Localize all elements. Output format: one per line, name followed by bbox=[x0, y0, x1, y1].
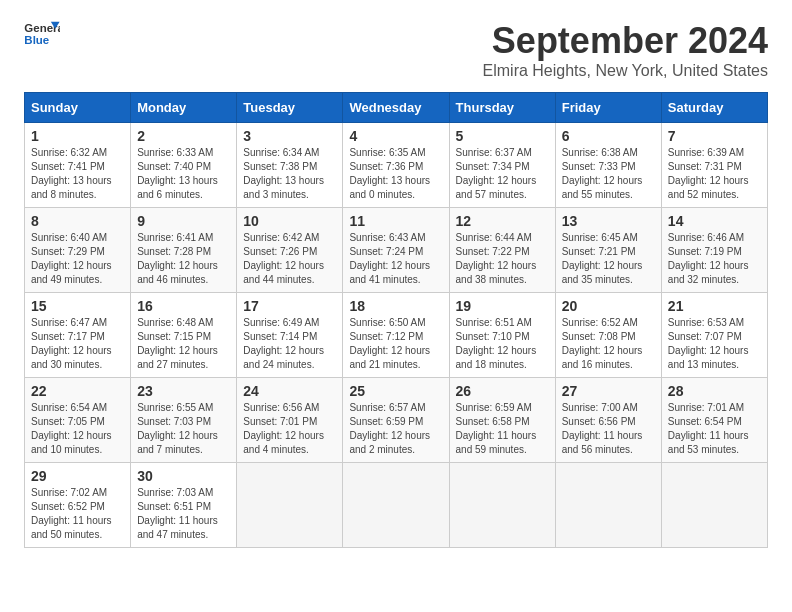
day-number: 6 bbox=[562, 128, 655, 144]
calendar-cell: 28 Sunrise: 7:01 AMSunset: 6:54 PMDaylig… bbox=[661, 378, 767, 463]
calendar: SundayMondayTuesdayWednesdayThursdayFrid… bbox=[24, 92, 768, 548]
calendar-cell: 9 Sunrise: 6:41 AMSunset: 7:28 PMDayligh… bbox=[131, 208, 237, 293]
day-number: 7 bbox=[668, 128, 761, 144]
calendar-header-row: SundayMondayTuesdayWednesdayThursdayFrid… bbox=[25, 93, 768, 123]
day-info: Sunrise: 7:02 AMSunset: 6:52 PMDaylight:… bbox=[31, 487, 112, 540]
day-info: Sunrise: 6:46 AMSunset: 7:19 PMDaylight:… bbox=[668, 232, 749, 285]
day-info: Sunrise: 6:53 AMSunset: 7:07 PMDaylight:… bbox=[668, 317, 749, 370]
calendar-cell: 14 Sunrise: 6:46 AMSunset: 7:19 PMDaylig… bbox=[661, 208, 767, 293]
calendar-cell: 2 Sunrise: 6:33 AMSunset: 7:40 PMDayligh… bbox=[131, 123, 237, 208]
day-info: Sunrise: 6:35 AMSunset: 7:36 PMDaylight:… bbox=[349, 147, 430, 200]
day-info: Sunrise: 6:41 AMSunset: 7:28 PMDaylight:… bbox=[137, 232, 218, 285]
calendar-cell: 1 Sunrise: 6:32 AMSunset: 7:41 PMDayligh… bbox=[25, 123, 131, 208]
weekday-header: Sunday bbox=[25, 93, 131, 123]
calendar-cell bbox=[449, 463, 555, 548]
day-number: 11 bbox=[349, 213, 442, 229]
weekday-header: Thursday bbox=[449, 93, 555, 123]
calendar-cell: 19 Sunrise: 6:51 AMSunset: 7:10 PMDaylig… bbox=[449, 293, 555, 378]
day-info: Sunrise: 6:48 AMSunset: 7:15 PMDaylight:… bbox=[137, 317, 218, 370]
calendar-cell: 21 Sunrise: 6:53 AMSunset: 7:07 PMDaylig… bbox=[661, 293, 767, 378]
calendar-cell: 30 Sunrise: 7:03 AMSunset: 6:51 PMDaylig… bbox=[131, 463, 237, 548]
day-number: 30 bbox=[137, 468, 230, 484]
day-number: 12 bbox=[456, 213, 549, 229]
calendar-cell: 11 Sunrise: 6:43 AMSunset: 7:24 PMDaylig… bbox=[343, 208, 449, 293]
title-area: September 2024 Elmira Heights, New York,… bbox=[483, 20, 768, 80]
day-info: Sunrise: 6:42 AMSunset: 7:26 PMDaylight:… bbox=[243, 232, 324, 285]
day-number: 16 bbox=[137, 298, 230, 314]
day-number: 3 bbox=[243, 128, 336, 144]
day-info: Sunrise: 6:39 AMSunset: 7:31 PMDaylight:… bbox=[668, 147, 749, 200]
day-number: 14 bbox=[668, 213, 761, 229]
weekday-header: Saturday bbox=[661, 93, 767, 123]
day-number: 13 bbox=[562, 213, 655, 229]
calendar-cell: 5 Sunrise: 6:37 AMSunset: 7:34 PMDayligh… bbox=[449, 123, 555, 208]
calendar-cell: 20 Sunrise: 6:52 AMSunset: 7:08 PMDaylig… bbox=[555, 293, 661, 378]
day-info: Sunrise: 6:57 AMSunset: 6:59 PMDaylight:… bbox=[349, 402, 430, 455]
day-number: 29 bbox=[31, 468, 124, 484]
day-number: 25 bbox=[349, 383, 442, 399]
calendar-cell: 25 Sunrise: 6:57 AMSunset: 6:59 PMDaylig… bbox=[343, 378, 449, 463]
calendar-cell: 12 Sunrise: 6:44 AMSunset: 7:22 PMDaylig… bbox=[449, 208, 555, 293]
month-title: September 2024 bbox=[483, 20, 768, 62]
day-info: Sunrise: 6:45 AMSunset: 7:21 PMDaylight:… bbox=[562, 232, 643, 285]
day-info: Sunrise: 6:56 AMSunset: 7:01 PMDaylight:… bbox=[243, 402, 324, 455]
calendar-cell bbox=[661, 463, 767, 548]
calendar-cell: 26 Sunrise: 6:59 AMSunset: 6:58 PMDaylig… bbox=[449, 378, 555, 463]
day-info: Sunrise: 6:37 AMSunset: 7:34 PMDaylight:… bbox=[456, 147, 537, 200]
day-info: Sunrise: 6:40 AMSunset: 7:29 PMDaylight:… bbox=[31, 232, 112, 285]
logo-icon: General Blue bbox=[24, 20, 60, 50]
day-info: Sunrise: 6:38 AMSunset: 7:33 PMDaylight:… bbox=[562, 147, 643, 200]
calendar-cell: 18 Sunrise: 6:50 AMSunset: 7:12 PMDaylig… bbox=[343, 293, 449, 378]
calendar-week-row: 1 Sunrise: 6:32 AMSunset: 7:41 PMDayligh… bbox=[25, 123, 768, 208]
calendar-cell: 23 Sunrise: 6:55 AMSunset: 7:03 PMDaylig… bbox=[131, 378, 237, 463]
calendar-week-row: 22 Sunrise: 6:54 AMSunset: 7:05 PMDaylig… bbox=[25, 378, 768, 463]
day-info: Sunrise: 6:54 AMSunset: 7:05 PMDaylight:… bbox=[31, 402, 112, 455]
calendar-cell: 27 Sunrise: 7:00 AMSunset: 6:56 PMDaylig… bbox=[555, 378, 661, 463]
calendar-cell bbox=[237, 463, 343, 548]
day-info: Sunrise: 6:47 AMSunset: 7:17 PMDaylight:… bbox=[31, 317, 112, 370]
day-info: Sunrise: 7:00 AMSunset: 6:56 PMDaylight:… bbox=[562, 402, 643, 455]
day-number: 23 bbox=[137, 383, 230, 399]
day-info: Sunrise: 6:59 AMSunset: 6:58 PMDaylight:… bbox=[456, 402, 537, 455]
logo: General Blue bbox=[24, 20, 60, 50]
calendar-week-row: 8 Sunrise: 6:40 AMSunset: 7:29 PMDayligh… bbox=[25, 208, 768, 293]
day-number: 21 bbox=[668, 298, 761, 314]
day-info: Sunrise: 6:44 AMSunset: 7:22 PMDaylight:… bbox=[456, 232, 537, 285]
day-info: Sunrise: 6:50 AMSunset: 7:12 PMDaylight:… bbox=[349, 317, 430, 370]
calendar-cell: 15 Sunrise: 6:47 AMSunset: 7:17 PMDaylig… bbox=[25, 293, 131, 378]
day-number: 20 bbox=[562, 298, 655, 314]
header: General Blue September 2024 Elmira Heigh… bbox=[24, 20, 768, 80]
weekday-header: Monday bbox=[131, 93, 237, 123]
day-number: 10 bbox=[243, 213, 336, 229]
calendar-cell: 7 Sunrise: 6:39 AMSunset: 7:31 PMDayligh… bbox=[661, 123, 767, 208]
calendar-cell: 22 Sunrise: 6:54 AMSunset: 7:05 PMDaylig… bbox=[25, 378, 131, 463]
calendar-cell: 24 Sunrise: 6:56 AMSunset: 7:01 PMDaylig… bbox=[237, 378, 343, 463]
location-title: Elmira Heights, New York, United States bbox=[483, 62, 768, 80]
day-number: 18 bbox=[349, 298, 442, 314]
weekday-header: Wednesday bbox=[343, 93, 449, 123]
calendar-cell: 17 Sunrise: 6:49 AMSunset: 7:14 PMDaylig… bbox=[237, 293, 343, 378]
day-info: Sunrise: 6:55 AMSunset: 7:03 PMDaylight:… bbox=[137, 402, 218, 455]
day-number: 1 bbox=[31, 128, 124, 144]
day-info: Sunrise: 6:34 AMSunset: 7:38 PMDaylight:… bbox=[243, 147, 324, 200]
day-number: 2 bbox=[137, 128, 230, 144]
day-number: 27 bbox=[562, 383, 655, 399]
day-number: 19 bbox=[456, 298, 549, 314]
calendar-cell: 16 Sunrise: 6:48 AMSunset: 7:15 PMDaylig… bbox=[131, 293, 237, 378]
weekday-header: Friday bbox=[555, 93, 661, 123]
day-number: 17 bbox=[243, 298, 336, 314]
day-number: 9 bbox=[137, 213, 230, 229]
weekday-header: Tuesday bbox=[237, 93, 343, 123]
day-number: 5 bbox=[456, 128, 549, 144]
day-number: 4 bbox=[349, 128, 442, 144]
day-info: Sunrise: 7:01 AMSunset: 6:54 PMDaylight:… bbox=[668, 402, 749, 455]
calendar-week-row: 15 Sunrise: 6:47 AMSunset: 7:17 PMDaylig… bbox=[25, 293, 768, 378]
day-info: Sunrise: 6:33 AMSunset: 7:40 PMDaylight:… bbox=[137, 147, 218, 200]
calendar-cell: 3 Sunrise: 6:34 AMSunset: 7:38 PMDayligh… bbox=[237, 123, 343, 208]
calendar-cell: 8 Sunrise: 6:40 AMSunset: 7:29 PMDayligh… bbox=[25, 208, 131, 293]
calendar-cell: 10 Sunrise: 6:42 AMSunset: 7:26 PMDaylig… bbox=[237, 208, 343, 293]
calendar-week-row: 29 Sunrise: 7:02 AMSunset: 6:52 PMDaylig… bbox=[25, 463, 768, 548]
day-info: Sunrise: 6:51 AMSunset: 7:10 PMDaylight:… bbox=[456, 317, 537, 370]
calendar-cell: 4 Sunrise: 6:35 AMSunset: 7:36 PMDayligh… bbox=[343, 123, 449, 208]
svg-text:Blue: Blue bbox=[24, 34, 49, 46]
